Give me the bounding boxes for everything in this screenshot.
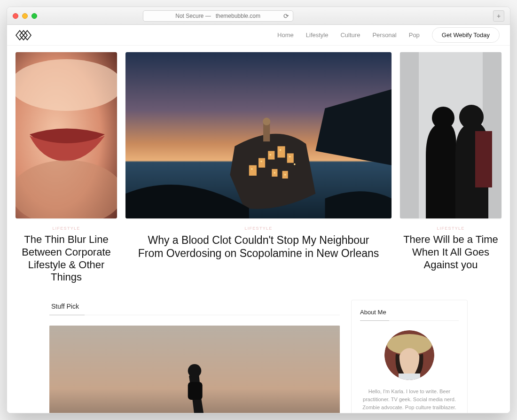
stuff-pick-heading: Stuff Pick (49, 300, 340, 315)
featured-title: The Thin Blur Line Between Corporate Lif… (16, 233, 117, 284)
featured-thumb (125, 52, 392, 218)
nav-home[interactable]: Home (277, 31, 294, 39)
nav-culture[interactable]: Culture (340, 31, 360, 39)
featured-thumb (400, 52, 501, 218)
svg-rect-33 (188, 382, 203, 400)
svg-point-32 (188, 364, 202, 378)
site-logo[interactable] (16, 30, 31, 40)
reload-icon[interactable]: ⟳ (283, 12, 289, 20)
address-bar[interactable]: Not Secure — themebubble.com ⟳ (143, 10, 293, 22)
address-host: themebubble.com (216, 13, 260, 19)
window-traffic-lights (13, 13, 37, 19)
svg-point-20 (251, 168, 253, 170)
featured-card[interactable]: LIFESTYLE Why a Blood Clot Couldn't Stop… (125, 52, 392, 284)
svg-rect-25 (400, 52, 419, 218)
featured-row: LIFESTYLE The Thin Blur Line Between Cor… (7, 46, 510, 284)
featured-card[interactable]: LIFESTYLE The Thin Blur Line Between Cor… (16, 52, 117, 284)
svg-rect-29 (475, 131, 492, 187)
about-me-heading: About Me (360, 309, 459, 321)
svg-rect-7 (268, 151, 274, 159)
svg-point-19 (260, 161, 262, 163)
svg-rect-38 (399, 373, 420, 380)
featured-category: LIFESTYLE (125, 226, 392, 231)
svg-point-18 (289, 156, 291, 158)
svg-point-21 (274, 172, 276, 174)
featured-thumb (16, 52, 117, 218)
browser-window: Not Secure — themebubble.com ⟳ + (7, 7, 510, 413)
stuff-pick-section: Stuff Pick (49, 300, 340, 413)
window-zoom-button[interactable] (31, 13, 37, 19)
stuff-pick-image[interactable] (49, 326, 340, 413)
nav-personal[interactable]: Personal (372, 31, 396, 39)
svg-point-15 (263, 118, 270, 125)
primary-nav: Home Lifestyle Culture Personal Pop Get … (277, 27, 500, 43)
about-me-bio: Hello, I'm Karla. I love to write. Beer … (360, 388, 459, 412)
lower-section: Stuff Pick (7, 284, 510, 413)
svg-point-17 (280, 149, 282, 151)
featured-category: LIFESTYLE (16, 226, 117, 231)
svg-point-23 (294, 163, 296, 165)
svg-rect-9 (287, 153, 294, 163)
new-tab-button[interactable]: + (493, 10, 504, 22)
svg-rect-10 (258, 158, 265, 168)
svg-point-16 (269, 154, 271, 156)
svg-rect-8 (277, 146, 285, 157)
svg-rect-11 (249, 165, 257, 176)
featured-title: Why a Blood Clot Couldn't Stop My Neighb… (125, 233, 392, 260)
svg-point-22 (284, 174, 286, 176)
svg-point-28 (459, 105, 484, 129)
nav-pop[interactable]: Pop (409, 31, 420, 39)
featured-title: There Will be a Time When It All Goes Ag… (400, 233, 501, 271)
about-me-avatar (384, 330, 434, 380)
featured-card[interactable]: LIFESTYLE There Will be a Time When It A… (400, 52, 501, 284)
featured-category: LIFESTYLE (400, 226, 501, 231)
svg-point-4 (16, 59, 117, 111)
svg-point-27 (432, 107, 454, 129)
window-close-button[interactable] (13, 13, 18, 19)
window-minimize-button[interactable] (22, 13, 28, 19)
get-webify-button[interactable]: Get Webify Today (432, 27, 500, 43)
nav-lifestyle[interactable]: Lifestyle (306, 31, 329, 39)
address-security-label: Not Secure — (175, 13, 211, 19)
site-header: Home Lifestyle Culture Personal Pop Get … (7, 25, 510, 46)
svg-point-5 (16, 160, 117, 218)
about-me-card: About Me (351, 300, 468, 413)
browser-toolbar: Not Secure — themebubble.com ⟳ + (7, 7, 510, 25)
page-viewport: Home Lifestyle Culture Personal Pop Get … (7, 25, 510, 413)
